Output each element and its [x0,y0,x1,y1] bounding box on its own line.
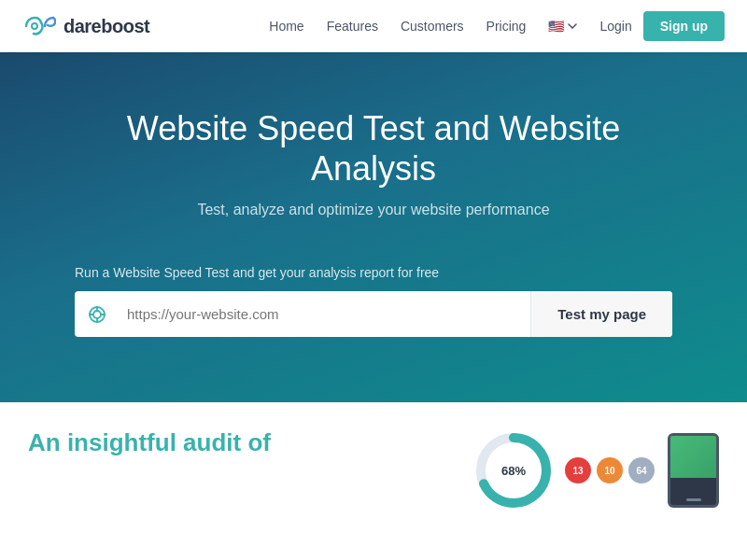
login-link[interactable]: Login [599,19,631,34]
svg-point-0 [32,23,37,29]
svg-point-2 [93,311,101,318]
navbar: dareboost Home Features Customers Pricin… [0,0,747,52]
bottom-section: An insightful audit of 68% 13 10 64 [0,402,747,512]
test-my-page-button[interactable]: Test my page [530,291,672,337]
url-input[interactable] [120,291,530,337]
nav-link-customers[interactable]: Customers [401,19,464,34]
logo[interactable]: dareboost [22,16,149,37]
phone-screen [670,436,716,477]
badge-red: 13 [565,457,591,483]
badge-row: 13 10 64 [565,457,655,483]
hero-subtitle: Test, analyze and optimize your website … [75,202,672,218]
badge-gray: 64 [628,457,655,483]
badge-orange: 10 [597,457,623,483]
flag-icon: 🇺🇸 [548,19,564,34]
logo-text: dareboost [63,16,149,37]
nav-links: Home Features Customers Pricing 🇺🇸 [269,19,577,34]
donut-value: 68% [501,464,526,478]
url-icon [75,305,120,324]
audit-title: An insightful audit of [28,428,271,457]
donut-chart: 68% [472,428,556,512]
search-bar: Test my page [75,291,672,337]
hero-section: Website Speed Test and Website Analysis … [0,52,747,402]
hero-title: Website Speed Test and Website Analysis [75,108,672,189]
nav-link-features[interactable]: Features [327,19,378,34]
bottom-right: 68% 13 10 64 [299,428,719,512]
logo-icon [22,16,56,36]
language-selector[interactable]: 🇺🇸 [548,19,577,34]
nav-link-pricing[interactable]: Pricing [486,19,527,34]
phone-mockup [668,433,719,508]
nav-actions: Login Sign up [599,11,725,41]
hero-cta-label: Run a Website Speed Test and get your an… [75,265,672,280]
signup-button[interactable]: Sign up [643,11,725,41]
chevron-down-icon [568,23,577,29]
nav-link-home[interactable]: Home [269,19,303,34]
target-icon [88,305,106,324]
